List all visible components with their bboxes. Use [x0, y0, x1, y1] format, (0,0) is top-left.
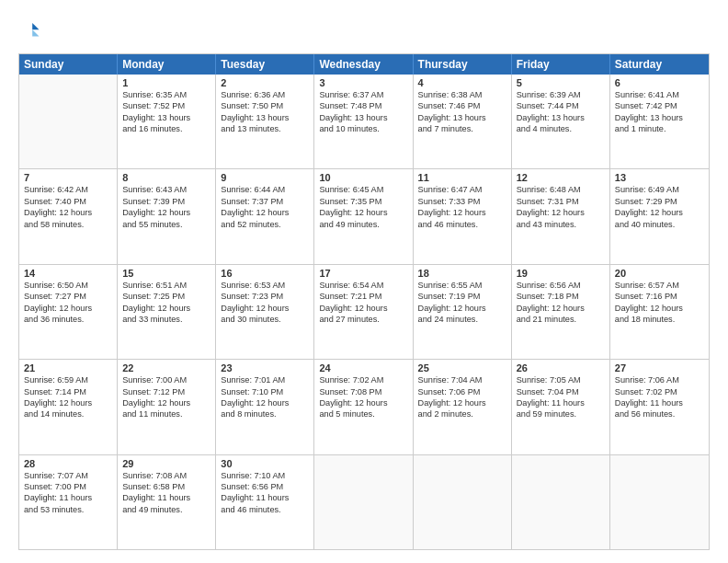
- day-number: 19: [517, 268, 605, 279]
- calendar-day-11: 11Sunrise: 6:47 AMSunset: 7:33 PMDayligh…: [414, 169, 512, 263]
- cell-line: Daylight: 13 hours: [615, 112, 704, 123]
- cell-line: Daylight: 13 hours: [517, 112, 605, 123]
- day-number: 9: [221, 172, 309, 183]
- cell-line: Daylight: 12 hours: [517, 207, 605, 218]
- cell-line: Sunset: 7:29 PM: [615, 196, 704, 207]
- cell-line: and 24 minutes.: [418, 314, 506, 325]
- header-day-wednesday: Wednesday: [314, 54, 413, 75]
- cell-line: Sunset: 6:58 PM: [122, 481, 210, 492]
- calendar-empty-cell: [610, 455, 709, 549]
- calendar-empty-cell: [512, 455, 610, 549]
- cell-line: Sunrise: 6:56 AM: [517, 280, 605, 291]
- calendar-body: 1Sunrise: 6:35 AMSunset: 7:52 PMDaylight…: [19, 75, 709, 549]
- cell-line: Sunrise: 6:36 AM: [221, 89, 309, 100]
- day-number: 29: [122, 458, 210, 469]
- calendar: SundayMondayTuesdayWednesdayThursdayFrid…: [18, 53, 710, 550]
- cell-line: Daylight: 12 hours: [418, 397, 506, 408]
- cell-line: Daylight: 11 hours: [517, 397, 605, 408]
- day-number: 25: [418, 362, 506, 373]
- cell-line: Daylight: 12 hours: [122, 397, 210, 408]
- day-number: 11: [418, 172, 506, 183]
- calendar-day-22: 22Sunrise: 7:00 AMSunset: 7:12 PMDayligh…: [118, 360, 216, 454]
- cell-line: Sunset: 7:37 PM: [221, 196, 309, 207]
- day-number: 10: [319, 172, 407, 183]
- calendar-day-4: 4Sunrise: 6:38 AMSunset: 7:46 PMDaylight…: [414, 75, 512, 168]
- day-number: 20: [615, 268, 704, 279]
- cell-line: Daylight: 12 hours: [24, 303, 112, 314]
- calendar-header: SundayMondayTuesdayWednesdayThursdayFrid…: [19, 54, 709, 75]
- cell-line: Sunset: 7:27 PM: [24, 291, 112, 302]
- calendar-day-6: 6Sunrise: 6:41 AMSunset: 7:42 PMDaylight…: [610, 75, 709, 168]
- cell-line: Sunset: 7:42 PM: [615, 100, 704, 111]
- calendar-empty-cell: [414, 455, 512, 549]
- cell-line: Sunset: 7:19 PM: [418, 291, 506, 302]
- cell-line: Sunrise: 7:10 AM: [221, 470, 309, 481]
- calendar-day-27: 27Sunrise: 7:06 AMSunset: 7:02 PMDayligh…: [610, 360, 709, 454]
- cell-line: and 5 minutes.: [319, 408, 407, 419]
- cell-line: and 10 minutes.: [319, 123, 407, 134]
- cell-line: Daylight: 12 hours: [122, 303, 210, 314]
- cell-line: and 46 minutes.: [418, 219, 506, 230]
- cell-line: and 7 minutes.: [418, 123, 506, 134]
- cell-line: Daylight: 12 hours: [517, 303, 605, 314]
- day-number: 12: [517, 172, 605, 183]
- cell-line: Sunset: 7:04 PM: [517, 386, 605, 397]
- cell-line: and 21 minutes.: [517, 314, 605, 325]
- cell-line: and 1 minute.: [615, 123, 704, 134]
- cell-line: Sunset: 7:46 PM: [418, 100, 506, 111]
- svg-marker-0: [32, 23, 39, 29]
- calendar-day-24: 24Sunrise: 7:02 AMSunset: 7:08 PMDayligh…: [314, 360, 413, 454]
- calendar-week-5: 28Sunrise: 7:07 AMSunset: 7:00 PMDayligh…: [19, 454, 709, 549]
- cell-line: Daylight: 11 hours: [221, 492, 309, 503]
- cell-line: Sunrise: 6:53 AM: [221, 280, 309, 291]
- cell-line: Sunrise: 7:07 AM: [24, 470, 112, 481]
- day-number: 23: [221, 362, 309, 373]
- cell-line: Daylight: 11 hours: [122, 492, 210, 503]
- cell-line: Sunset: 7:21 PM: [319, 291, 407, 302]
- calendar-day-19: 19Sunrise: 6:56 AMSunset: 7:18 PMDayligh…: [512, 265, 610, 359]
- cell-line: and 2 minutes.: [418, 408, 506, 419]
- calendar-empty-cell: [19, 75, 118, 168]
- cell-line: Daylight: 12 hours: [122, 207, 210, 218]
- cell-line: and 49 minutes.: [319, 219, 407, 230]
- cell-line: Sunrise: 6:55 AM: [418, 280, 506, 291]
- cell-line: and 55 minutes.: [122, 219, 210, 230]
- calendar-day-12: 12Sunrise: 6:48 AMSunset: 7:31 PMDayligh…: [512, 169, 610, 263]
- cell-line: Daylight: 13 hours: [319, 112, 407, 123]
- cell-line: Sunset: 7:52 PM: [122, 100, 210, 111]
- calendar-day-30: 30Sunrise: 7:10 AMSunset: 6:56 PMDayligh…: [216, 455, 314, 549]
- cell-line: Sunset: 7:35 PM: [319, 196, 407, 207]
- logo-icon: [20, 20, 40, 40]
- calendar-day-26: 26Sunrise: 7:05 AMSunset: 7:04 PMDayligh…: [512, 360, 610, 454]
- cell-line: Daylight: 12 hours: [418, 303, 506, 314]
- cell-line: Sunset: 7:02 PM: [615, 386, 704, 397]
- calendar-day-14: 14Sunrise: 6:50 AMSunset: 7:27 PMDayligh…: [19, 265, 118, 359]
- calendar-day-3: 3Sunrise: 6:37 AMSunset: 7:48 PMDaylight…: [314, 75, 413, 168]
- cell-line: Sunset: 7:14 PM: [24, 386, 112, 397]
- calendar-day-7: 7Sunrise: 6:42 AMSunset: 7:40 PMDaylight…: [19, 169, 118, 263]
- day-number: 2: [221, 77, 309, 88]
- calendar-day-16: 16Sunrise: 6:53 AMSunset: 7:23 PMDayligh…: [216, 265, 314, 359]
- day-number: 18: [418, 268, 506, 279]
- cell-line: and 18 minutes.: [615, 314, 704, 325]
- cell-line: and 52 minutes.: [221, 219, 309, 230]
- day-number: 4: [418, 77, 506, 88]
- cell-line: Sunrise: 6:41 AM: [615, 89, 704, 100]
- calendar-day-20: 20Sunrise: 6:57 AMSunset: 7:16 PMDayligh…: [610, 265, 709, 359]
- cell-line: Sunrise: 7:06 AM: [615, 374, 704, 385]
- cell-line: and 46 minutes.: [221, 504, 309, 515]
- cell-line: and 33 minutes.: [122, 314, 210, 325]
- cell-line: Sunset: 7:31 PM: [517, 196, 605, 207]
- calendar-day-5: 5Sunrise: 6:39 AMSunset: 7:44 PMDaylight…: [512, 75, 610, 168]
- calendar-week-1: 1Sunrise: 6:35 AMSunset: 7:52 PMDaylight…: [19, 75, 709, 168]
- calendar-day-25: 25Sunrise: 7:04 AMSunset: 7:06 PMDayligh…: [414, 360, 512, 454]
- day-number: 5: [517, 77, 605, 88]
- cell-line: Sunset: 7:08 PM: [319, 386, 407, 397]
- calendar-day-8: 8Sunrise: 6:43 AMSunset: 7:39 PMDaylight…: [118, 169, 216, 263]
- cell-line: and 14 minutes.: [24, 408, 112, 419]
- cell-line: Sunrise: 6:44 AM: [221, 184, 309, 195]
- cell-line: Sunrise: 6:45 AM: [319, 184, 407, 195]
- cell-line: and 43 minutes.: [517, 219, 605, 230]
- cell-line: Daylight: 13 hours: [221, 112, 309, 123]
- cell-line: and 13 minutes.: [221, 123, 309, 134]
